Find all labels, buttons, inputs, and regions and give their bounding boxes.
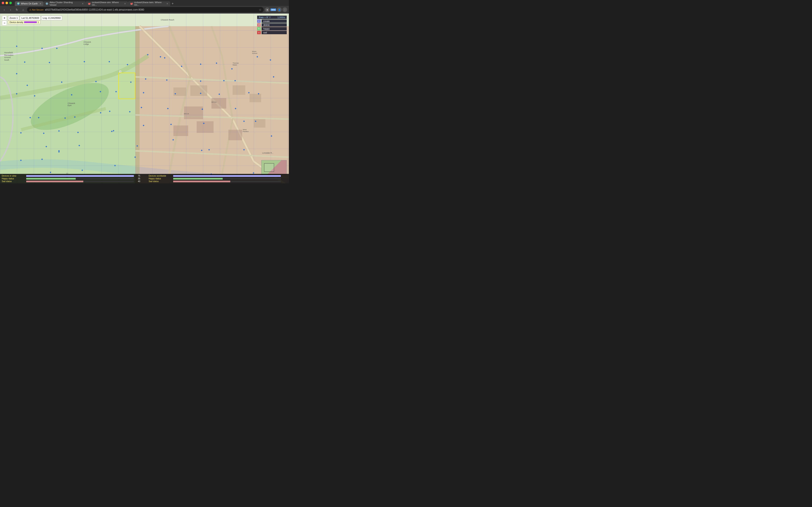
density-label: Device density xyxy=(9,21,23,23)
maximize-button[interactable] xyxy=(9,2,12,4)
star-point: ✦ xyxy=(34,95,36,97)
star-point: ✦ xyxy=(142,124,145,127)
star-point: ✦ xyxy=(134,156,137,159)
star-point: ✦ xyxy=(140,106,143,109)
happy-bar-left xyxy=(26,178,76,180)
density-bar: Device density 1 xyxy=(8,20,40,24)
devices-in-view-bar xyxy=(26,175,134,177)
star-point: ✦ xyxy=(231,67,234,70)
lng-box: Lng -0.24428960 xyxy=(41,16,62,20)
tab-close-0[interactable]: ✕ xyxy=(40,3,41,5)
zoom-value: 1 xyxy=(16,17,18,19)
key-d-badge[interactable]: 'd' xyxy=(257,23,261,26)
star-point: ✦ xyxy=(144,77,147,80)
sad-label: sad xyxy=(262,31,287,34)
tab-close-2[interactable]: ✕ xyxy=(124,3,126,5)
tab-favicon-1: ⚙️ xyxy=(45,2,48,5)
tab-label-0: Where On Earth xyxy=(21,2,38,5)
tab-akka[interactable]: ⚙️ Akka Cluster Sharding Viewer ✕ xyxy=(43,1,86,6)
bookmark-icon[interactable]: ☆ xyxy=(259,8,262,11)
star-point: ✦ xyxy=(81,169,84,172)
control-delete: 'd' delete xyxy=(257,23,287,26)
tab-woe-sim[interactable]: 🐙 mckeeh3/woe-sim: Where On... ✕ xyxy=(86,1,128,6)
tab-favicon-0: 🌍 xyxy=(17,2,20,5)
happy-bar-container-right xyxy=(173,178,281,180)
star-point: ✦ xyxy=(41,47,44,50)
lat-box: Lat 51.48763669 xyxy=(20,16,41,20)
star-point: ✦ xyxy=(147,53,150,56)
star-point: ✦ xyxy=(174,92,177,95)
tab-favicon-3: 🐙 xyxy=(130,2,133,5)
home-button[interactable]: ⌂ xyxy=(21,7,26,12)
url-text: a91076d00ad1f4342befdaf380dc6850-1105511… xyxy=(45,8,144,11)
profile-icon[interactable]: 👤 xyxy=(277,7,282,12)
star-point: ✦ xyxy=(126,63,129,66)
star-point: ✦ xyxy=(58,129,61,132)
star-point: ✦ xyxy=(38,116,40,119)
back-button[interactable]: ‹ xyxy=(2,7,7,12)
selection-label: 1 xyxy=(119,70,121,73)
key-c-badge[interactable]: 'c' xyxy=(257,19,261,23)
star-point: ✦ xyxy=(269,59,272,61)
star-point: ✦ xyxy=(70,93,73,96)
not-secure-indicator: ⚠ Not Secure xyxy=(29,8,44,11)
zoom-in-button[interactable]: + xyxy=(2,16,7,20)
devices-in-view-label: Devices in view xyxy=(2,175,25,177)
star-point: ✦ xyxy=(29,116,32,119)
tab-close-1[interactable]: ✕ xyxy=(82,3,84,5)
address-field[interactable]: ⚠ Not Secure a91076d00ad1f4342befdaf380d… xyxy=(27,7,264,12)
tab-woe-twin[interactable]: 🐙 mckeeh3/woe-twin: Where On... ✕ xyxy=(128,1,170,6)
minimap xyxy=(261,160,287,175)
star-point: ✦ xyxy=(64,117,67,120)
sad-status-label-left: Sad status xyxy=(2,180,25,182)
star-point: ✦ xyxy=(20,131,22,134)
happy-status-value-left: 35 xyxy=(135,177,140,180)
star-point: ✦ xyxy=(243,148,246,151)
star-point: ✦ xyxy=(172,138,175,141)
star-point: ✦ xyxy=(43,132,45,135)
sad-bar-container-right xyxy=(173,181,281,182)
happy-status-label-left: Happy status xyxy=(2,177,25,180)
star-point: ✦ xyxy=(199,80,202,82)
star-point: ✦ xyxy=(99,111,102,114)
close-button[interactable] xyxy=(2,2,4,4)
addressbar: ‹ › ↻ ⌂ ⚠ Not Secure a91076d00ad1f4342be… xyxy=(0,6,289,13)
star-point: ✦ xyxy=(218,93,221,96)
selection-rectangle: 1 xyxy=(118,73,135,99)
minimize-button[interactable] xyxy=(5,2,8,4)
tabs-container: 🌍 Where On Earth ✕ ⚙️ Akka Cluster Shard… xyxy=(15,0,287,6)
star-point: ✦ xyxy=(243,120,246,123)
coordinate-bar: Zoom 1 Lat 51.48763669 Lng -0.24428960 xyxy=(8,16,62,20)
key-h-badge[interactable]: 'h' xyxy=(257,27,261,31)
star-point: ✦ xyxy=(159,55,162,58)
density-fill xyxy=(24,21,37,23)
sad-bar-container-left xyxy=(26,181,134,182)
lng-value: -0.24428960 xyxy=(48,17,61,19)
key-s-badge[interactable]: 's' xyxy=(257,31,261,34)
extensions-icon[interactable]: ⊕ xyxy=(265,7,270,12)
devices-in-view-bar-container xyxy=(26,175,134,177)
tab-close-3[interactable]: ✕ xyxy=(166,3,168,5)
star-point: ✦ xyxy=(108,110,111,113)
star-point: ✦ xyxy=(203,122,206,125)
settings-icon[interactable]: ⋮ xyxy=(283,7,287,12)
new-tab-button[interactable]: + xyxy=(170,1,175,6)
new-badge: New xyxy=(270,8,276,11)
sad-status-row-left: Sad status 40 xyxy=(2,180,140,182)
tab-where-on-earth[interactable]: 🌍 Where On Earth ✕ xyxy=(15,1,43,6)
star-point: ✦ xyxy=(142,91,145,94)
star-point: ✦ xyxy=(223,79,225,82)
devices-worldwide-row: Devices worldwide xyxy=(149,175,287,177)
happy-status-row-right: Happy status xyxy=(149,177,287,180)
rate-label: Rate + R' 'r' xyxy=(259,16,271,18)
traffic-lights xyxy=(2,2,12,4)
sad-status-label-right: Sad status xyxy=(149,180,172,182)
forward-button[interactable]: › xyxy=(8,7,13,12)
devices-worldwide-label: Devices worldwide xyxy=(149,175,172,177)
star-point: ✦ xyxy=(256,55,259,58)
star-point: ✦ xyxy=(15,45,18,48)
refresh-button[interactable]: ↻ xyxy=(14,7,19,12)
star-point: ✦ xyxy=(99,90,102,93)
zoom-out-button[interactable]: − xyxy=(2,21,7,25)
map-container[interactable]: Chiswick Reach HomefieldRecreationGround… xyxy=(0,13,289,183)
